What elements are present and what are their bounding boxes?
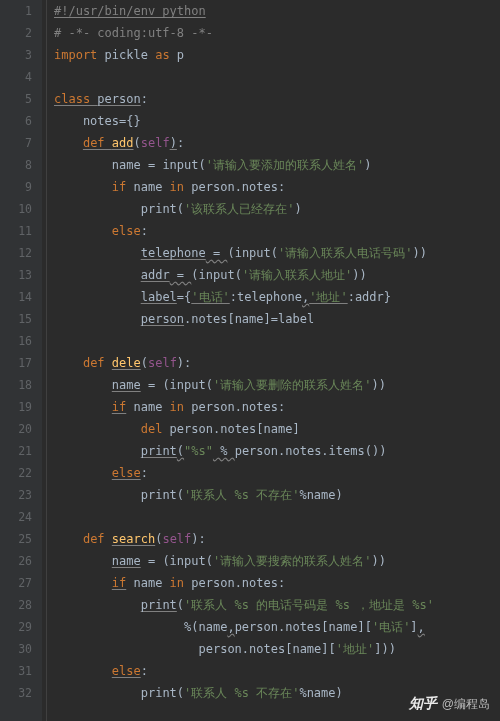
code-line[interactable]: print('联系人 %s 的电话号码是 %s ，地址是 %s' [52,594,434,616]
code-token: )) [371,554,385,568]
code-token: person.notes.items()) [235,444,387,458]
code-line[interactable]: if name in person.notes: [52,176,434,198]
line-number: 6 [0,110,32,132]
code-token: ( [206,554,213,568]
code-line[interactable]: name = (input('请输入要搜索的联系人姓名')) [52,550,434,572]
code-line[interactable]: if name in person.notes: [52,572,434,594]
line-number: 19 [0,396,32,418]
code-token: else [112,224,141,238]
line-number: 12 [0,242,32,264]
code-line[interactable]: notes={} [52,110,434,132]
code-token: , [418,620,425,634]
code-line[interactable]: print("%s" % person.notes.items()) [52,440,434,462]
code-line[interactable]: def add(self): [52,132,434,154]
code-line[interactable]: else: [52,660,434,682]
code-token: as [155,48,177,62]
code-token: ( [141,356,148,370]
code-token: = [170,268,192,282]
code-line[interactable] [52,66,434,88]
code-token: ): [191,532,205,546]
code-token [54,378,112,392]
code-token: .notes[name]=label [184,312,314,326]
code-token [54,686,141,700]
code-area[interactable]: #!/usr/bin/env python# -*- coding:utf-8 … [52,0,434,721]
code-token [54,422,141,436]
code-token: %name) [299,488,342,502]
code-line[interactable]: # -*- coding:utf-8 -*- [52,22,434,44]
code-token [54,224,112,238]
code-line[interactable]: print('联系人 %s 不存在'%name) [52,682,434,704]
code-token: ={ [177,290,191,304]
code-token: self [141,136,170,150]
code-line[interactable]: person.notes[name]['地址'])) [52,638,434,660]
code-line[interactable]: name = (input('请输入要删除的联系人姓名')) [52,374,434,396]
code-token: : [141,664,148,678]
code-line[interactable]: del person.notes[name] [52,418,434,440]
code-token: person.notes: [191,180,285,194]
line-number: 8 [0,154,32,176]
code-line[interactable]: person.notes[name]=label [52,308,434,330]
code-token: '电话' [191,290,229,304]
code-token: name [112,554,141,568]
line-number: 30 [0,638,32,660]
code-token: # -*- coding:utf-8 -*- [54,26,213,40]
code-token [54,290,141,304]
code-token: )) [352,268,366,282]
line-number: 5 [0,88,32,110]
code-line[interactable]: else: [52,462,434,484]
code-token: '请输入要添加的联系人姓名' [206,158,364,172]
code-line[interactable]: print('该联系人已经存在') [52,198,434,220]
code-line[interactable]: telephone = (input('请输入联系人电话号码')) [52,242,434,264]
code-token: '联系人 %s 不存在' [184,686,299,700]
zhihu-logo-icon: 知乎 [409,693,437,715]
code-line[interactable]: if name in person.notes: [52,396,434,418]
code-line[interactable]: name = input('请输入要添加的联系人姓名') [52,154,434,176]
line-number: 11 [0,220,32,242]
line-number: 22 [0,462,32,484]
code-token: name = [54,158,162,172]
code-token: '该联系人已经存在' [184,202,294,216]
code-token [54,532,83,546]
code-token: '联系人 %s 的电话号码是 %s ，地址是 %s' [184,598,434,612]
code-token: in [170,180,192,194]
line-number: 17 [0,352,32,374]
code-line[interactable]: %(name,person.notes[name]['电话'], [52,616,434,638]
code-line[interactable]: class person: [52,88,434,110]
line-number: 15 [0,308,32,330]
code-editor[interactable]: 1234567891011121314151617181920212223242… [0,0,500,721]
code-token [54,312,141,326]
code-line[interactable]: #!/usr/bin/env python [52,0,434,22]
code-token [54,466,112,480]
code-token: person.notes: [191,576,285,590]
code-line[interactable]: label={'电话':telephone,'地址':addr} [52,286,434,308]
code-line[interactable] [52,330,434,352]
line-number: 20 [0,418,32,440]
code-token: person [141,312,184,326]
code-line[interactable]: else: [52,220,434,242]
code-token: ( [191,268,198,282]
code-token: '请输入要删除的联系人姓名' [213,378,371,392]
code-token: )) [412,246,426,260]
code-token: dele [112,356,141,370]
line-number: 23 [0,484,32,506]
code-token: ( [199,158,206,172]
code-token: = [206,246,228,260]
code-token: del [141,422,170,436]
code-line[interactable]: addr = (input('请输入联系人地址')) [52,264,434,286]
code-token: ) [170,136,177,150]
code-line[interactable]: print('联系人 %s 不存在'%name) [52,484,434,506]
code-token: if [112,400,126,414]
code-line[interactable]: def dele(self): [52,352,434,374]
code-token: ( [177,598,184,612]
code-token: '电话' [372,620,410,634]
code-line[interactable]: def search(self): [52,528,434,550]
code-token: name [126,576,169,590]
code-token: self [148,356,177,370]
code-token: p [177,48,184,62]
code-token: '地址' [336,642,374,656]
code-token [54,268,141,282]
code-line[interactable]: import pickle as p [52,44,434,66]
code-token [54,246,141,260]
code-line[interactable] [52,506,434,528]
line-number: 27 [0,572,32,594]
